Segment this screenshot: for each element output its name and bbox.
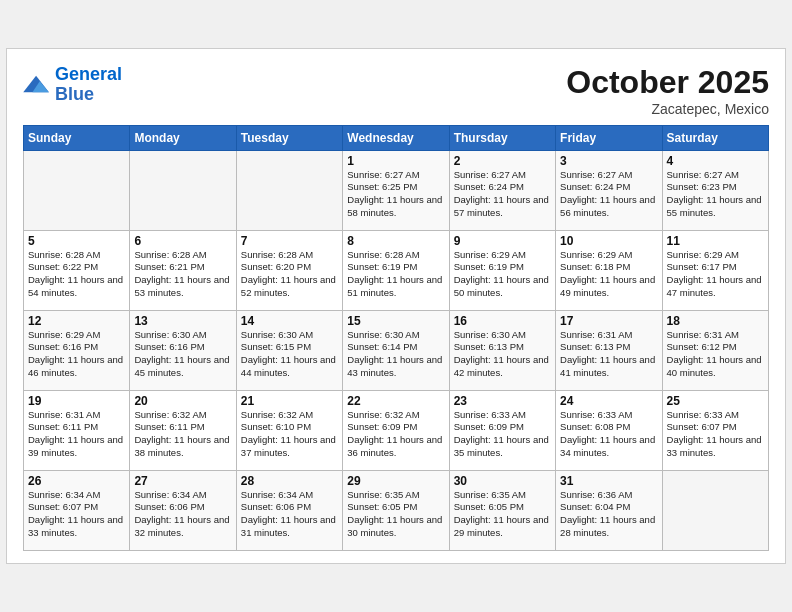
day-info: Sunrise: 6:35 AM Sunset: 6:05 PM Dayligh…	[347, 489, 444, 540]
day-cell: 2Sunrise: 6:27 AM Sunset: 6:24 PM Daylig…	[449, 150, 555, 230]
day-cell: 5Sunrise: 6:28 AM Sunset: 6:22 PM Daylig…	[24, 230, 130, 310]
week-row-0: 1Sunrise: 6:27 AM Sunset: 6:25 PM Daylig…	[24, 150, 769, 230]
day-info: Sunrise: 6:30 AM Sunset: 6:14 PM Dayligh…	[347, 329, 444, 380]
day-cell: 27Sunrise: 6:34 AM Sunset: 6:06 PM Dayli…	[130, 470, 236, 550]
day-info: Sunrise: 6:30 AM Sunset: 6:16 PM Dayligh…	[134, 329, 231, 380]
day-info: Sunrise: 6:35 AM Sunset: 6:05 PM Dayligh…	[454, 489, 551, 540]
day-info: Sunrise: 6:27 AM Sunset: 6:23 PM Dayligh…	[667, 169, 764, 220]
day-cell: 20Sunrise: 6:32 AM Sunset: 6:11 PM Dayli…	[130, 390, 236, 470]
day-info: Sunrise: 6:29 AM Sunset: 6:19 PM Dayligh…	[454, 249, 551, 300]
day-number: 31	[560, 474, 657, 488]
day-info: Sunrise: 6:32 AM Sunset: 6:10 PM Dayligh…	[241, 409, 338, 460]
logo-general: General	[55, 64, 122, 84]
day-number: 25	[667, 394, 764, 408]
week-row-2: 12Sunrise: 6:29 AM Sunset: 6:16 PM Dayli…	[24, 310, 769, 390]
day-info: Sunrise: 6:31 AM Sunset: 6:11 PM Dayligh…	[28, 409, 125, 460]
weekday-header-saturday: Saturday	[662, 125, 768, 150]
day-number: 8	[347, 234, 444, 248]
day-info: Sunrise: 6:32 AM Sunset: 6:11 PM Dayligh…	[134, 409, 231, 460]
day-number: 14	[241, 314, 338, 328]
day-cell	[236, 150, 342, 230]
day-number: 26	[28, 474, 125, 488]
day-number: 17	[560, 314, 657, 328]
logo-blue: Blue	[55, 84, 94, 104]
day-info: Sunrise: 6:27 AM Sunset: 6:24 PM Dayligh…	[560, 169, 657, 220]
day-cell: 1Sunrise: 6:27 AM Sunset: 6:25 PM Daylig…	[343, 150, 449, 230]
week-row-4: 26Sunrise: 6:34 AM Sunset: 6:07 PM Dayli…	[24, 470, 769, 550]
day-cell: 6Sunrise: 6:28 AM Sunset: 6:21 PM Daylig…	[130, 230, 236, 310]
day-cell: 31Sunrise: 6:36 AM Sunset: 6:04 PM Dayli…	[556, 470, 662, 550]
weekday-header-sunday: Sunday	[24, 125, 130, 150]
day-cell: 8Sunrise: 6:28 AM Sunset: 6:19 PM Daylig…	[343, 230, 449, 310]
day-cell: 4Sunrise: 6:27 AM Sunset: 6:23 PM Daylig…	[662, 150, 768, 230]
day-info: Sunrise: 6:28 AM Sunset: 6:22 PM Dayligh…	[28, 249, 125, 300]
day-info: Sunrise: 6:28 AM Sunset: 6:21 PM Dayligh…	[134, 249, 231, 300]
day-cell: 19Sunrise: 6:31 AM Sunset: 6:11 PM Dayli…	[24, 390, 130, 470]
day-cell: 29Sunrise: 6:35 AM Sunset: 6:05 PM Dayli…	[343, 470, 449, 550]
day-cell: 24Sunrise: 6:33 AM Sunset: 6:08 PM Dayli…	[556, 390, 662, 470]
day-info: Sunrise: 6:30 AM Sunset: 6:15 PM Dayligh…	[241, 329, 338, 380]
day-info: Sunrise: 6:31 AM Sunset: 6:12 PM Dayligh…	[667, 329, 764, 380]
day-number: 23	[454, 394, 551, 408]
day-cell: 13Sunrise: 6:30 AM Sunset: 6:16 PM Dayli…	[130, 310, 236, 390]
day-cell: 17Sunrise: 6:31 AM Sunset: 6:13 PM Dayli…	[556, 310, 662, 390]
day-info: Sunrise: 6:27 AM Sunset: 6:25 PM Dayligh…	[347, 169, 444, 220]
calendar-container: General Blue October 2025 Zacatepec, Mex…	[6, 48, 786, 563]
day-number: 3	[560, 154, 657, 168]
weekday-header-tuesday: Tuesday	[236, 125, 342, 150]
day-cell	[662, 470, 768, 550]
day-cell: 9Sunrise: 6:29 AM Sunset: 6:19 PM Daylig…	[449, 230, 555, 310]
day-cell: 15Sunrise: 6:30 AM Sunset: 6:14 PM Dayli…	[343, 310, 449, 390]
calendar-grid: SundayMondayTuesdayWednesdayThursdayFrid…	[23, 125, 769, 551]
day-number: 11	[667, 234, 764, 248]
logo-text: General Blue	[55, 65, 122, 105]
weekday-header-monday: Monday	[130, 125, 236, 150]
day-cell: 28Sunrise: 6:34 AM Sunset: 6:06 PM Dayli…	[236, 470, 342, 550]
day-number: 4	[667, 154, 764, 168]
day-cell: 3Sunrise: 6:27 AM Sunset: 6:24 PM Daylig…	[556, 150, 662, 230]
day-number: 20	[134, 394, 231, 408]
day-number: 28	[241, 474, 338, 488]
weekday-header-friday: Friday	[556, 125, 662, 150]
day-number: 21	[241, 394, 338, 408]
day-cell: 23Sunrise: 6:33 AM Sunset: 6:09 PM Dayli…	[449, 390, 555, 470]
day-number: 6	[134, 234, 231, 248]
day-info: Sunrise: 6:34 AM Sunset: 6:07 PM Dayligh…	[28, 489, 125, 540]
day-cell: 25Sunrise: 6:33 AM Sunset: 6:07 PM Dayli…	[662, 390, 768, 470]
day-info: Sunrise: 6:34 AM Sunset: 6:06 PM Dayligh…	[134, 489, 231, 540]
day-number: 1	[347, 154, 444, 168]
day-info: Sunrise: 6:32 AM Sunset: 6:09 PM Dayligh…	[347, 409, 444, 460]
week-row-1: 5Sunrise: 6:28 AM Sunset: 6:22 PM Daylig…	[24, 230, 769, 310]
title-block: October 2025 Zacatepec, Mexico	[566, 65, 769, 116]
day-number: 5	[28, 234, 125, 248]
day-cell: 16Sunrise: 6:30 AM Sunset: 6:13 PM Dayli…	[449, 310, 555, 390]
day-number: 18	[667, 314, 764, 328]
day-info: Sunrise: 6:30 AM Sunset: 6:13 PM Dayligh…	[454, 329, 551, 380]
day-info: Sunrise: 6:34 AM Sunset: 6:06 PM Dayligh…	[241, 489, 338, 540]
day-cell: 14Sunrise: 6:30 AM Sunset: 6:15 PM Dayli…	[236, 310, 342, 390]
day-number: 13	[134, 314, 231, 328]
day-cell: 11Sunrise: 6:29 AM Sunset: 6:17 PM Dayli…	[662, 230, 768, 310]
day-info: Sunrise: 6:29 AM Sunset: 6:18 PM Dayligh…	[560, 249, 657, 300]
day-info: Sunrise: 6:31 AM Sunset: 6:13 PM Dayligh…	[560, 329, 657, 380]
logo-icon	[23, 74, 51, 96]
day-number: 15	[347, 314, 444, 328]
day-info: Sunrise: 6:28 AM Sunset: 6:19 PM Dayligh…	[347, 249, 444, 300]
day-info: Sunrise: 6:33 AM Sunset: 6:07 PM Dayligh…	[667, 409, 764, 460]
logo: General Blue	[23, 65, 122, 105]
day-cell: 26Sunrise: 6:34 AM Sunset: 6:07 PM Dayli…	[24, 470, 130, 550]
day-number: 27	[134, 474, 231, 488]
day-info: Sunrise: 6:27 AM Sunset: 6:24 PM Dayligh…	[454, 169, 551, 220]
week-row-3: 19Sunrise: 6:31 AM Sunset: 6:11 PM Dayli…	[24, 390, 769, 470]
day-number: 7	[241, 234, 338, 248]
day-cell: 30Sunrise: 6:35 AM Sunset: 6:05 PM Dayli…	[449, 470, 555, 550]
day-info: Sunrise: 6:28 AM Sunset: 6:20 PM Dayligh…	[241, 249, 338, 300]
day-cell: 18Sunrise: 6:31 AM Sunset: 6:12 PM Dayli…	[662, 310, 768, 390]
day-cell	[24, 150, 130, 230]
weekday-header-row: SundayMondayTuesdayWednesdayThursdayFrid…	[24, 125, 769, 150]
day-cell: 7Sunrise: 6:28 AM Sunset: 6:20 PM Daylig…	[236, 230, 342, 310]
day-info: Sunrise: 6:29 AM Sunset: 6:16 PM Dayligh…	[28, 329, 125, 380]
day-number: 16	[454, 314, 551, 328]
day-info: Sunrise: 6:29 AM Sunset: 6:17 PM Dayligh…	[667, 249, 764, 300]
header-row: General Blue October 2025 Zacatepec, Mex…	[23, 65, 769, 116]
